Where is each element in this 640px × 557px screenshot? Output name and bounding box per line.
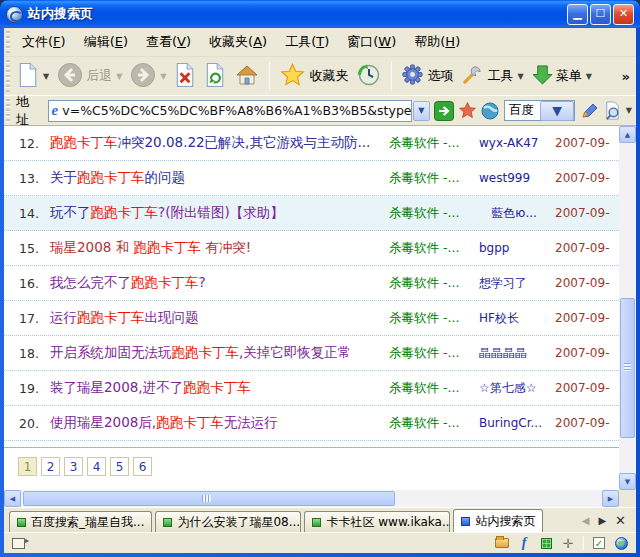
page-button-2[interactable]: 2 <box>41 457 60 476</box>
minimize-button[interactable]: ▁ <box>567 4 588 25</box>
result-category-link[interactable]: 杀毒软件 -... <box>389 205 479 222</box>
filter-icon[interactable] <box>541 538 552 549</box>
new-page-button[interactable]: ▼ <box>13 61 53 92</box>
find-icon[interactable] <box>603 101 622 121</box>
go-button[interactable] <box>434 101 454 121</box>
title-text: 玩不了 <box>50 204 91 220</box>
addressbar-grip[interactable] <box>6 99 10 122</box>
close-button[interactable]: ✕ <box>613 4 634 25</box>
page-button-6[interactable]: 6 <box>133 457 152 476</box>
result-title-link[interactable]: 运行跑跑卡丁车出现问题 <box>50 309 389 327</box>
result-row: 19.装了瑞星2008,进不了跑跑卡丁车杀毒软件 -...☆第七感☆2007-0… <box>4 371 619 406</box>
tab-scroll-left-icon[interactable]: ◀ <box>582 515 590 526</box>
tools-button[interactable]: 工具 ▼ <box>457 62 527 90</box>
back-dropdown[interactable]: ▼ <box>116 72 122 81</box>
result-title-link[interactable]: 关于跑跑卡丁车的问题 <box>50 169 389 187</box>
plugin-icon[interactable]: ✛ <box>561 537 575 550</box>
result-number: 19. <box>4 381 50 396</box>
new-window-icon[interactable] <box>12 538 25 549</box>
search-engine-dropdown[interactable]: ▼ <box>540 101 573 121</box>
keyword-highlight: 跑跑卡丁车 <box>77 169 145 185</box>
scroll-left-button[interactable]: ◀ <box>4 490 21 507</box>
result-title-link[interactable]: 开启系统加固无法玩跑跑卡丁车,关掉它即恢复正常 <box>50 344 389 362</box>
horizontal-scrollbar-thumb[interactable] <box>23 491 395 506</box>
menu-item[interactable]: 收藏夹(A) <box>200 30 276 54</box>
maximize-button[interactable]: ☐ <box>590 4 611 25</box>
menu-item[interactable]: 工具(T) <box>276 30 338 54</box>
tab-active[interactable]: 站内搜索页 <box>453 509 543 532</box>
title-text: ,关掉它即恢复正常 <box>239 344 351 360</box>
horizontal-scrollbar[interactable]: ◀ ▶ <box>4 490 619 507</box>
result-category-link[interactable]: 杀毒软件 -... <box>389 415 479 432</box>
addressbar: 地址 e ▼ 百度 ▼ ▼ <box>4 95 636 125</box>
page-button-5[interactable]: 5 <box>110 457 129 476</box>
back-button[interactable]: 后退 ▼ <box>53 61 126 92</box>
result-title-link[interactable]: 玩不了跑跑卡丁车?(附出错图)【求助】 <box>50 204 389 222</box>
result-category-link[interactable]: 杀毒软件 -... <box>389 135 479 152</box>
menu-button[interactable]: 菜单 ▼ <box>528 62 596 90</box>
result-category-link[interactable]: 杀毒软件 -... <box>389 380 479 397</box>
menu-item[interactable]: 窗口(W) <box>338 30 405 54</box>
result-category-link[interactable]: 杀毒软件 -... <box>389 275 479 292</box>
result-number: 12. <box>4 136 50 151</box>
result-title-link[interactable]: 装了瑞星2008,进不了跑跑卡丁车 <box>50 379 389 397</box>
history-button[interactable] <box>352 61 386 92</box>
options-button[interactable]: 选项 <box>397 62 457 90</box>
result-category-link[interactable]: 杀毒软件 -... <box>389 170 479 187</box>
vertical-scrollbar[interactable]: ▲ ▼ <box>619 126 636 490</box>
new-page-dropdown[interactable]: ▼ <box>43 72 49 81</box>
globe-icon[interactable] <box>481 102 499 120</box>
page-button-1[interactable]: 1 <box>18 457 37 476</box>
tab-scroll-right-icon[interactable]: ▶ <box>598 515 606 526</box>
online-globe-icon[interactable] <box>615 537 628 550</box>
result-category-link[interactable]: 杀毒软件 -... <box>389 345 479 362</box>
result-title-link[interactable]: 跑跑卡丁车冲突20.08.22已解决,其它游戏与主动防... <box>50 134 389 152</box>
forward-button[interactable]: ▼ <box>126 61 170 92</box>
result-category-link[interactable]: 杀毒软件 -... <box>389 240 479 257</box>
toolbar-grip[interactable] <box>6 60 10 92</box>
address-dropdown-button[interactable]: ▼ <box>413 101 430 121</box>
tab[interactable]: 百度搜索_瑞星自我... <box>9 511 152 532</box>
menubar-grip[interactable] <box>6 31 10 53</box>
tab-close-icon[interactable]: ✕ <box>615 513 626 528</box>
folder-icon[interactable] <box>495 538 509 548</box>
menu-dropdown[interactable]: ▼ <box>586 72 592 81</box>
tab[interactable]: 卡卡社区 www.ikaka... <box>304 511 450 532</box>
favorite-star-icon[interactable] <box>458 101 477 120</box>
favorites-button[interactable]: 收藏夹 <box>275 61 352 92</box>
menu-item[interactable]: 帮助(H) <box>405 30 469 54</box>
form-check-icon[interactable]: ✓ <box>593 537 605 549</box>
page-button-3[interactable]: 3 <box>64 457 83 476</box>
search-engine-select[interactable]: 百度 ▼ <box>504 100 575 121</box>
flash-icon[interactable]: f <box>517 537 531 550</box>
scroll-up-button[interactable]: ▲ <box>619 126 636 143</box>
address-input[interactable] <box>62 101 411 121</box>
menu-item[interactable]: 编辑(E) <box>75 30 137 54</box>
tools-wrench-icon <box>461 63 484 89</box>
tools-dropdown[interactable]: ▼ <box>517 72 523 81</box>
statusbar: f ✛ ✓ <box>4 532 636 553</box>
menu-item[interactable]: 文件(F) <box>13 30 75 54</box>
stop-button[interactable] <box>170 61 200 92</box>
result-title-link[interactable]: 使用瑞星2008后,跑跑卡丁车无法运行 <box>50 414 389 432</box>
refresh-button[interactable] <box>200 61 230 92</box>
toolbar-overflow-chevron[interactable]: » <box>622 69 630 84</box>
scroll-right-button[interactable]: ▶ <box>602 490 619 507</box>
highlighter-icon[interactable] <box>579 102 599 120</box>
home-button[interactable] <box>230 61 264 92</box>
scroll-down-button[interactable]: ▼ <box>619 473 636 490</box>
page-button-4[interactable]: 4 <box>87 457 106 476</box>
search-engine-value: 百度 <box>509 102 540 119</box>
forward-dropdown[interactable]: ▼ <box>160 72 166 81</box>
tab[interactable]: 为什么安装了瑞星08... <box>155 511 301 532</box>
result-title-link[interactable]: 瑞星2008 和 跑跑卡丁车 有冲突! <box>50 239 389 257</box>
vertical-scrollbar-thumb[interactable] <box>620 298 635 438</box>
menu-item[interactable]: 查看(V) <box>137 30 200 54</box>
find-dropdown[interactable]: ▼ <box>626 106 632 115</box>
result-title-link[interactable]: 我怎么完不了跑跑卡丁车? <box>50 274 389 292</box>
result-category-link[interactable]: 杀毒软件 -... <box>389 310 479 327</box>
result-date: 2007-09- <box>555 416 619 430</box>
keyword-highlight: 跑跑卡丁车 <box>156 414 224 430</box>
menu-label: 菜单 <box>556 67 582 85</box>
result-number: 16. <box>4 276 50 291</box>
